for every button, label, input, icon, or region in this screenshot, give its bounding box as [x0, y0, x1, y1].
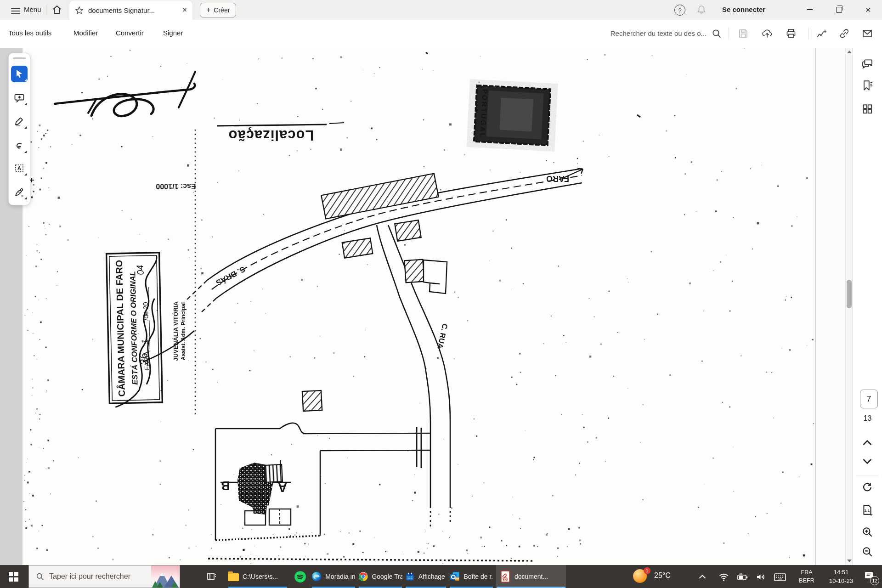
weather-widget[interactable]: 1: [633, 569, 649, 585]
search-input[interactable]: Rechercher du texte ou des o...: [585, 29, 707, 37]
sign-in-button[interactable]: Se connecter: [722, 6, 765, 13]
handwritten-signature-top: [55, 72, 195, 116]
add-comment-tool[interactable]: [11, 90, 28, 106]
language-indicator[interactable]: FRA BEFR: [794, 568, 820, 585]
wifi-icon[interactable]: [718, 571, 729, 582]
fill-sign-tool[interactable]: [11, 184, 28, 200]
taskbar-app-acrobat[interactable]: PDF document...: [496, 565, 566, 588]
windows-taskbar: Taper ici pour rechercher C:\Users\s... …: [0, 565, 882, 588]
zoom-in-icon[interactable]: [861, 526, 873, 538]
close-button[interactable]: ×: [859, 0, 877, 19]
folder-icon: [228, 573, 239, 581]
task-view-button[interactable]: [200, 565, 222, 588]
search-icon[interactable]: [711, 28, 722, 39]
title-bar: Menu documents Signatur... × + Créer ? S…: [0, 0, 882, 20]
page-count-label: 13: [853, 414, 882, 423]
email-icon[interactable]: [862, 28, 873, 39]
taskbar-app-calendar[interactable]: Affichage ...: [405, 565, 447, 588]
divider: [856, 475, 879, 475]
start-button[interactable]: [0, 565, 27, 588]
spotify-icon: [294, 571, 306, 583]
comment-plus-icon: [14, 92, 25, 103]
taskbar-app-spotify[interactable]: [290, 565, 310, 588]
select-tool[interactable]: [11, 66, 28, 82]
scroll-down-arrow[interactable]: [847, 560, 852, 562]
menu-button[interactable]: Menu: [24, 6, 41, 13]
close-tab-icon[interactable]: ×: [182, 6, 187, 15]
tab-title: documents Signatur...: [88, 6, 182, 14]
create-button[interactable]: + Créer: [200, 3, 236, 17]
menu-edit[interactable]: Modifier: [74, 29, 98, 37]
zoom-out-icon[interactable]: [861, 546, 873, 558]
previous-page-chevron-icon[interactable]: [861, 437, 873, 449]
document-page-map: Localização Esc: 1/1000 PORTUGAL: [23, 48, 815, 565]
battery-icon[interactable]: [737, 571, 749, 582]
help-icon[interactable]: ?: [674, 5, 685, 16]
touch-keyboard-icon[interactable]: [774, 572, 786, 582]
rotate-page-icon[interactable]: [861, 481, 873, 493]
map-frame-bottom: [208, 559, 534, 561]
weather-landscape-image: [151, 565, 180, 588]
parcel: [215, 423, 320, 540]
star-icon[interactable]: [75, 6, 84, 15]
speaker-icon[interactable]: [755, 571, 766, 582]
scrollbar-thumb[interactable]: [847, 280, 852, 308]
restore-button[interactable]: [830, 0, 848, 19]
taskbar-app-outlook[interactable]: Boîte de r...: [449, 565, 493, 588]
print-icon[interactable]: [786, 28, 797, 39]
draw-tool[interactable]: [11, 113, 28, 130]
taskbar-search-box[interactable]: Taper ici pour rechercher: [28, 565, 180, 588]
task-view-icon: [206, 571, 217, 582]
officer-block: JUVENÁLIA VITÓRIA Assist. Adm. Principal: [172, 301, 187, 361]
text-box-icon: A: [14, 163, 25, 174]
svg-text:1:1: 1:1: [865, 509, 870, 513]
acrobat-pdf-icon: PDF: [500, 571, 511, 582]
stairs: [265, 464, 283, 482]
map-title-block: Localização: [217, 123, 344, 143]
tray-chevron-icon[interactable]: [697, 572, 707, 582]
search-icon: [35, 572, 45, 581]
actual-size-icon[interactable]: 1:1: [861, 504, 873, 516]
divider: [729, 28, 729, 40]
road-sign-crua: C. RUA: [436, 323, 449, 350]
add-signature-icon[interactable]: [816, 28, 827, 39]
comments-panel-icon[interactable]: [861, 58, 873, 70]
page-thumbnails-icon[interactable]: [861, 103, 873, 115]
notification-center-button[interactable]: 12: [864, 570, 876, 583]
palette-drag-handle[interactable]: [13, 57, 26, 59]
toolbar: Tous les outils Modifier Convertir Signe…: [0, 20, 882, 48]
calendar-icon: [405, 571, 415, 582]
postage-stamp: PORTUGAL: [474, 85, 550, 145]
bell-icon[interactable]: [696, 4, 707, 16]
link-icon[interactable]: [839, 28, 850, 39]
page-number-input[interactable]: [860, 390, 878, 408]
hatched-square: [302, 390, 322, 411]
clock[interactable]: 14:51 10-10-23: [823, 568, 859, 586]
bookmarks-panel-icon[interactable]: [861, 79, 873, 91]
taskbar-app-chrome[interactable]: Google Tra...: [358, 565, 402, 588]
scroll-up-arrow[interactable]: [847, 51, 852, 53]
pen-nib-icon: [14, 187, 25, 198]
lasso-tool[interactable]: [11, 137, 28, 154]
add-text-tool[interactable]: A: [11, 160, 28, 176]
cursor-icon: [14, 68, 25, 79]
stamp-line2: ESTÁ CONFORME O ORIGINAL: [128, 271, 139, 385]
vertical-scrollbar[interactable]: [845, 48, 853, 565]
minimize-button[interactable]: [800, 0, 819, 19]
access-corridor: [303, 427, 430, 468]
menu-all-tools[interactable]: Tous les outils: [8, 29, 51, 37]
next-page-chevron-icon[interactable]: [861, 455, 873, 467]
menu-convert[interactable]: Convertir: [116, 29, 144, 37]
quick-tools-palette: A: [8, 53, 30, 205]
pdf-page: Localização Esc: 1/1000 PORTUGAL: [23, 48, 816, 565]
taskbar-app-edge[interactable]: Moradia in...: [311, 565, 356, 588]
document-tab[interactable]: documents Signatur... ×: [69, 0, 193, 20]
svg-text:FARO: FARO: [546, 174, 569, 183]
home-icon[interactable]: [51, 4, 62, 15]
cloud-upload-icon[interactable]: [762, 28, 773, 39]
hamburger-menu-icon[interactable]: [11, 6, 20, 16]
menu-sign[interactable]: Signer: [163, 29, 183, 37]
hatched-buildings: [321, 174, 438, 258]
taskbar-app-explorer[interactable]: C:\Users\s...: [228, 565, 288, 588]
svg-text:A: A: [17, 165, 21, 171]
